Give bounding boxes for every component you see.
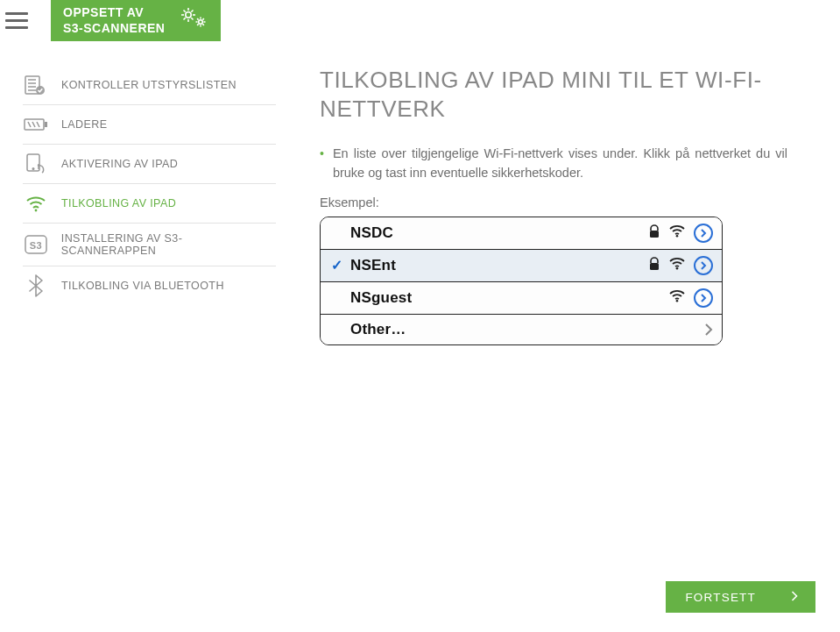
svg-line-27	[32, 122, 35, 127]
svg-line-7	[192, 11, 194, 12]
wifi-row[interactable]: ✓ NSEnt	[321, 250, 722, 282]
svg-line-17	[198, 25, 200, 26]
svg-point-0	[186, 12, 191, 18]
lock-icon	[648, 224, 660, 242]
app-title: OPPSETT AV S3-SCANNEREN	[63, 5, 165, 36]
svg-rect-34	[650, 231, 659, 238]
svg-point-37	[676, 267, 679, 270]
main-content: TILKOBLING AV IPAD MINI TIL ET WI-FI-NET…	[293, 66, 840, 345]
svg-line-14	[198, 18, 200, 20]
svg-point-9	[199, 20, 203, 25]
wifi-row-other[interactable]: Other…	[321, 315, 722, 344]
sidebar-item-label: LADERE	[61, 118, 107, 131]
svg-line-6	[192, 18, 194, 20]
sidebar-item-label: TILKOBLING VIA BLUETOOTH	[61, 280, 224, 292]
tablet-touch-icon	[23, 153, 49, 174]
continue-label: FORTSETT	[685, 591, 756, 604]
svg-point-38	[676, 300, 679, 302]
sidebar: KONTROLLER UTSTYRSLISTEN LADERE	[0, 66, 293, 345]
wifi-row[interactable]: NSDC	[321, 217, 722, 250]
sidebar-item-equipment[interactable]: KONTROLLER UTSTYRSLISTEN	[23, 66, 276, 105]
svg-line-28	[37, 122, 39, 127]
wifi-ssid: NSguest	[350, 289, 669, 307]
detail-disclosure-icon[interactable]	[694, 256, 713, 275]
s3-app-icon: S3	[23, 234, 49, 255]
wifi-ssid: Other…	[350, 321, 704, 338]
checklist-icon	[23, 75, 49, 96]
sidebar-item-install-app[interactable]: S3 INSTALLERING AV S3-SCANNERAPPEN	[23, 224, 276, 266]
wifi-icon	[23, 193, 49, 214]
sidebar-item-activate-ipad[interactable]: AKTIVERING AV IPAD	[23, 145, 276, 184]
wifi-signal-icon	[669, 258, 685, 273]
continue-button[interactable]: FORTSETT	[666, 581, 815, 613]
detail-disclosure-icon[interactable]	[694, 288, 713, 308]
example-label: Eksempel:	[320, 195, 787, 209]
svg-text:S3: S3	[30, 240, 42, 251]
sidebar-item-label: AKTIVERING AV IPAD	[61, 158, 178, 170]
sidebar-item-chargers[interactable]: LADERE	[23, 105, 276, 145]
battery-icon	[23, 114, 49, 135]
sidebar-item-label: KONTROLLER UTSTYRSLISTEN	[61, 79, 236, 91]
sidebar-item-connect-ipad[interactable]: TILKOBLING AV IPAD	[23, 184, 276, 224]
lock-icon	[648, 257, 660, 274]
detail-disclosure-icon[interactable]	[694, 224, 713, 243]
check-icon: ✓	[331, 257, 350, 273]
svg-line-15	[203, 25, 205, 26]
svg-line-26	[28, 122, 31, 127]
svg-line-16	[203, 18, 205, 20]
chevron-right-icon	[791, 590, 798, 604]
sidebar-item-label: TILKOBLING AV IPAD	[61, 197, 176, 209]
instruction-text: En liste over tilgjengelige Wi-Fi-nettve…	[333, 144, 787, 183]
wifi-row[interactable]: NSguest	[321, 282, 722, 315]
menu-button[interactable]	[0, 4, 33, 37]
sidebar-item-label: INSTALLERING AV S3-SCANNERAPPEN	[61, 232, 276, 257]
chevron-right-icon	[704, 323, 713, 336]
gears-icon	[179, 5, 208, 36]
svg-line-8	[184, 18, 186, 20]
wifi-signal-icon	[669, 290, 685, 306]
sidebar-item-bluetooth[interactable]: TILKOBLING VIA BLUETOOTH	[23, 266, 276, 305]
svg-rect-25	[45, 122, 47, 127]
wifi-network-list: NSDC ✓ NSEnt	[320, 217, 723, 345]
svg-rect-36	[650, 263, 659, 270]
svg-point-30	[32, 168, 34, 170]
svg-point-31	[35, 209, 38, 212]
svg-point-35	[676, 235, 679, 238]
page-title: TILKOBLING AV IPAD MINI TIL ET WI-FI-NET…	[320, 66, 787, 123]
wifi-ssid: NSDC	[350, 224, 648, 242]
wifi-signal-icon	[669, 225, 685, 241]
bullet-icon: •	[320, 144, 324, 183]
bluetooth-icon	[23, 275, 49, 296]
svg-line-5	[184, 11, 186, 12]
app-title-bar: OPPSETT AV S3-SCANNEREN	[51, 0, 221, 41]
wifi-ssid: NSEnt	[350, 257, 648, 274]
